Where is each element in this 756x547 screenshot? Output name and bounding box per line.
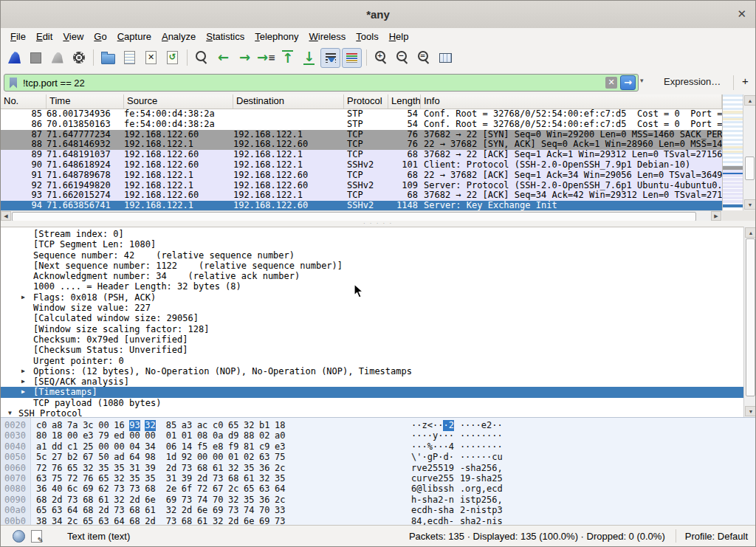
packet-list-scroll-thumb[interactable] [745, 156, 755, 180]
detail-row[interactable]: ▼SSH Protocol [1, 408, 743, 417]
add-filter-button[interactable]: + [742, 75, 749, 87]
packet-row[interactable]: 8771.647777234192.168.122.60192.168.122.… [1, 130, 722, 140]
zoom-out-button[interactable] [393, 48, 413, 68]
hex-row[interactable]: 0040a1ddc125000004340614f5e8f981c9e3···%… [1, 441, 755, 452]
packet-list-header[interactable]: No.TimeSourceDestinationProtocolLengthIn… [1, 94, 722, 109]
detail-row[interactable]: [Calculated window size: 29056] [1, 313, 743, 323]
go-back-button[interactable]: ← [213, 48, 233, 68]
intelligent-scrollbar-minimap[interactable] [722, 94, 743, 210]
detail-row[interactable]: Urgent pointer: 0 [1, 356, 743, 366]
menu-item-telephony[interactable]: Telephony [250, 30, 303, 44]
start-capture-button[interactable] [4, 48, 24, 68]
auto-scroll-toggle-button[interactable] [320, 48, 340, 68]
detail-row[interactable]: ▶Flags: 0x018 (PSH, ACK) [1, 292, 743, 303]
detail-row[interactable]: 1000 .... = Header Length: 32 bytes (8) [1, 281, 743, 292]
packet-list-vertical-scrollbar[interactable]: ▲ ▼ [743, 94, 756, 210]
column-header-length[interactable]: Length [388, 94, 421, 109]
column-header-time[interactable]: Time [47, 94, 124, 109]
go-to-packet-button[interactable]: → [256, 48, 276, 68]
packet-row[interactable]: 9471.663856741192.168.122.1192.168.122.6… [1, 201, 722, 211]
scroll-down-icon[interactable]: ▼ [745, 406, 756, 416]
go-forward-button[interactable]: → [235, 48, 255, 68]
detail-row[interactable]: ▶[Timestamps] [1, 387, 743, 397]
hex-row[interactable]: 0030801800e379ed00000101080ad98802a0····… [1, 430, 755, 441]
detail-row[interactable]: ▶Options: (12 bytes), No-Operation (NOP)… [1, 366, 743, 376]
detail-row[interactable]: Acknowledgment number: 34 (relative ack … [1, 271, 743, 281]
scroll-down-icon[interactable]: ▼ [744, 199, 756, 210]
hex-row[interactable]: 0090682d736861322d6e697374703235362ch-sh… [1, 495, 755, 505]
restart-capture-button[interactable] [47, 48, 67, 68]
expander-closed-icon[interactable]: ▶ [21, 366, 25, 376]
detail-row[interactable]: ▶[SEQ/ACK analysis] [1, 376, 743, 387]
hex-row[interactable]: 0070637572766532353531392d7368613235curv… [1, 473, 755, 484]
reload-capture-file-button[interactable] [162, 48, 182, 68]
packet-bytes-pane[interactable]: 0020c0a87a3c0016933285a3acc06532b118··z<… [1, 417, 755, 527]
details-scroll-thumb[interactable] [746, 238, 755, 396]
menu-item-statistics[interactable]: Statistics [201, 30, 250, 44]
find-packet-button[interactable] [192, 48, 212, 68]
detail-row[interactable]: [Stream index: 0] [1, 229, 743, 239]
packet-list-horizontal-scrollbar[interactable]: ◀ ▶ [1, 210, 722, 221]
close-window-icon[interactable]: ✕ [737, 7, 746, 21]
column-header-info[interactable]: Info [421, 94, 722, 109]
save-capture-file-button[interactable] [120, 48, 140, 68]
expander-closed-icon[interactable]: ▶ [21, 387, 25, 397]
hex-row[interactable]: 008036406c69627373682e6f72672c6563646@li… [1, 484, 755, 494]
capture-options-button[interactable] [69, 48, 89, 68]
scroll-left-icon[interactable]: ◀ [1, 211, 11, 221]
scroll-up-icon[interactable]: ▲ [744, 95, 756, 106]
hex-row[interactable]: 00a0656364682d736861322d6e6973747033ecdh… [1, 505, 755, 515]
apply-filter-icon[interactable]: → [620, 75, 636, 90]
go-to-top-button[interactable]: ↑ [278, 48, 298, 68]
packet-row[interactable]: 8971.648191037192.168.122.60192.168.122.… [1, 150, 722, 160]
menu-item-help[interactable]: Help [384, 30, 414, 44]
resize-columns-button[interactable] [436, 48, 456, 68]
hex-row[interactable]: 0020c0a87a3c0016933285a3acc06532b118··z<… [1, 420, 755, 430]
colorize-toggle-button[interactable] [342, 48, 362, 68]
clear-filter-icon[interactable]: ✕ [605, 77, 617, 89]
menu-item-capture[interactable]: Capture [112, 30, 157, 44]
expert-info-icon[interactable] [13, 530, 25, 543]
stop-capture-button[interactable] [26, 48, 46, 68]
menu-item-tools[interactable]: Tools [351, 30, 383, 44]
capture-comment-icon[interactable] [31, 530, 42, 543]
go-to-bottom-button[interactable]: ↓ [299, 48, 319, 68]
menu-item-analyze[interactable]: Analyze [157, 30, 201, 44]
hex-row[interactable]: 00505c27b26750ad64981d92000001026375\'·g… [1, 452, 755, 462]
menu-item-edit[interactable]: Edit [31, 30, 58, 44]
menu-item-file[interactable]: File [5, 30, 31, 44]
packet-row[interactable]: 9371.662015274192.168.122.60192.168.122.… [1, 190, 722, 201]
scroll-up-icon[interactable]: ▲ [745, 227, 756, 238]
detail-row[interactable]: TCP payload (1080 bytes) [1, 398, 743, 408]
detail-row[interactable]: Checksum: 0x79ed [unverified] [1, 334, 743, 345]
column-header-protocol[interactable]: Protocol [344, 94, 388, 109]
column-header-no[interactable]: No. [1, 94, 47, 109]
packet-row[interactable]: 9171.648789678192.168.122.1192.168.122.6… [1, 171, 722, 181]
detail-row[interactable]: [Next sequence number: 1122 (relative se… [1, 261, 743, 271]
filter-history-dropdown-icon[interactable]: ▾ [640, 77, 644, 84]
scroll-right-icon[interactable]: ▶ [711, 211, 721, 221]
zoom-in-button[interactable] [371, 48, 391, 68]
filter-bookmark-icon[interactable] [10, 78, 17, 89]
detail-row[interactable]: Window size value: 227 [1, 303, 743, 313]
details-vertical-scrollbar[interactable]: ▲ ▼ [743, 227, 756, 417]
detail-row[interactable]: [TCP Segment Len: 1080] [1, 239, 743, 250]
title-bar[interactable]: *any ✕ [1, 1, 755, 29]
close-capture-file-button[interactable] [141, 48, 161, 68]
packet-row[interactable]: 8871.648146932192.168.122.1192.168.122.6… [1, 140, 722, 150]
menu-item-go[interactable]: Go [89, 30, 111, 44]
expander-open-icon[interactable]: ▼ [8, 408, 12, 417]
expander-closed-icon[interactable]: ▶ [21, 292, 25, 303]
detail-row[interactable]: [Checksum Status: Unverified] [1, 345, 743, 355]
detail-row[interactable]: [Window size scaling factor: 128] [1, 324, 743, 334]
profile-status[interactable]: Profile: Default [685, 531, 755, 542]
expander-closed-icon[interactable]: ▶ [21, 376, 25, 387]
open-capture-file-button[interactable] [98, 48, 118, 68]
menu-item-wireless[interactable]: Wireless [304, 30, 351, 44]
hex-row[interactable]: 006072766532353531392d7368613235362crve2… [1, 463, 755, 473]
packet-row[interactable]: 8670.013850163fe:54:00:d4:38:2aSTP54Conf… [1, 120, 722, 130]
column-header-destination[interactable]: Destination [233, 94, 344, 109]
packet-row[interactable]: 9071.648618924192.168.122.60192.168.122.… [1, 160, 722, 171]
packet-row[interactable]: 8568.001734936fe:54:00:d4:38:2aSTP54Conf… [1, 109, 722, 120]
packet-row[interactable]: 9271.661949820192.168.122.1192.168.122.6… [1, 181, 722, 191]
